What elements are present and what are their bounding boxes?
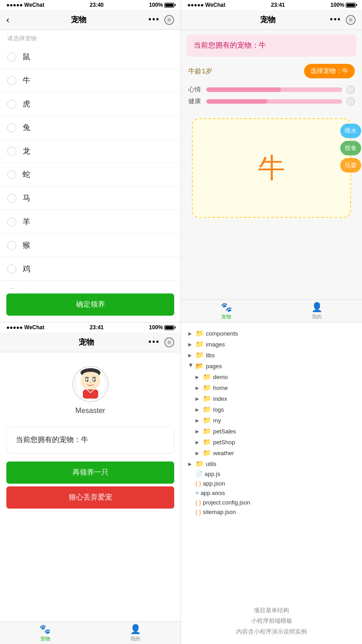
- tree-images[interactable]: ▶ 📁 images: [185, 339, 358, 350]
- feed-button[interactable]: 投食: [340, 141, 361, 155]
- nav-title-left-bottom: 宠物: [79, 337, 94, 347]
- svg-point-2: [168, 341, 170, 343]
- nav-bar-left-top: ‹ 宠物 •••: [0, 10, 181, 30]
- arrow-demo: ▶: [195, 375, 201, 380]
- pet-item-monkey[interactable]: 猴: [0, 234, 181, 257]
- nav-title-left-top: 宠物: [71, 14, 86, 25]
- radio-chicken[interactable]: [7, 264, 16, 274]
- panel-profile: ●●●●● WeChat 23:41 100% 宠物 •••: [0, 322, 181, 644]
- more-menu-icon[interactable]: •••: [148, 15, 160, 24]
- radio-dragon[interactable]: [7, 147, 16, 156]
- tree-home[interactable]: ▶ 📁 home: [185, 382, 358, 393]
- play-button[interactable]: 玩耍: [340, 158, 361, 173]
- adopt-another-button[interactable]: 再领养一只: [6, 461, 174, 484]
- radio-snake[interactable]: [7, 170, 16, 179]
- pet-item-dog[interactable]: 狗: [0, 281, 181, 289]
- tab-pet-lb[interactable]: 🐾 宠物: [0, 622, 90, 644]
- pet-name-monkey: 猴: [23, 240, 30, 250]
- tree-pages[interactable]: ▶ 📂 pages: [185, 360, 358, 371]
- tab-pet-rt[interactable]: 🐾 宠物: [181, 300, 272, 322]
- tree-weather[interactable]: ▶ 📁 weather: [185, 447, 358, 458]
- folder-icon-index: 📁: [203, 394, 211, 403]
- tree-petsales[interactable]: ▶ 📁 petSales: [185, 426, 358, 437]
- health-stat: 健康 ⓘ: [188, 97, 355, 106]
- pet-info-row: 牛龄1岁 选择宠物：牛: [181, 59, 362, 83]
- arrow-my: ▶: [195, 418, 201, 423]
- radio-horse[interactable]: [7, 194, 16, 203]
- radio-ox[interactable]: [7, 76, 16, 85]
- radio-monkey[interactable]: [7, 241, 16, 250]
- pet-name-goat: 羊: [23, 216, 30, 227]
- tree-appwxss[interactable]: ▶ ≈ app.wxss: [185, 488, 358, 498]
- confirm-adopt-button[interactable]: 确定领养: [6, 293, 174, 316]
- pet-item-chicken[interactable]: 鸡: [0, 257, 181, 281]
- pet-name-horse: 马: [23, 193, 30, 203]
- tab-my-lb[interactable]: 👤 我的: [90, 622, 181, 644]
- tree-sitemap[interactable]: ▶ { } sitemap.json: [185, 507, 358, 517]
- tab-my-rt[interactable]: 👤 我的: [272, 300, 362, 322]
- pet-name-ox: 牛: [23, 75, 30, 86]
- status-bar-left-bottom: ●●●●● WeChat 23:41 100%: [0, 322, 181, 332]
- tree-appjs[interactable]: ▶ 📄 app.js: [185, 469, 358, 479]
- arrow-weather: ▶: [195, 451, 201, 456]
- status-bar-right-top: ●●●●● WeChat 23:41 100%: [181, 0, 362, 10]
- radio-rabbit[interactable]: [7, 123, 16, 132]
- mood-bar-bg: [206, 87, 342, 92]
- folder-icon-libs: 📁: [195, 351, 204, 359]
- file-icon-sitemap: { }: [195, 509, 201, 515]
- settings-icon-rt[interactable]: [346, 15, 356, 25]
- tab-my-label-lb: 我的: [130, 635, 140, 642]
- tab-bar-left-bottom: 🐾 宠物 👤 我的: [0, 621, 181, 644]
- arrow-components: ▶: [188, 331, 194, 336]
- current-pet-card-lb: 当前您拥有的宠物：牛: [6, 427, 174, 453]
- back-button[interactable]: ‹: [6, 14, 10, 25]
- folder-icon-images: 📁: [195, 340, 204, 348]
- user-icon-rt: 👤: [311, 302, 323, 312]
- pet-item-dragon[interactable]: 龙: [0, 139, 181, 163]
- tree-label-appjs: app.js: [205, 471, 220, 477]
- radio-tiger[interactable]: [7, 100, 16, 109]
- health-info-icon[interactable]: ⓘ: [347, 97, 355, 106]
- current-pet-banner: 当前您拥有的宠物：牛: [186, 34, 357, 57]
- tree-components[interactable]: ▶ 📁 components: [185, 328, 358, 339]
- folder-icon-pages: 📂: [195, 362, 204, 370]
- radio-goat[interactable]: [7, 217, 16, 226]
- footer-line-1: 项目菜单结构: [185, 605, 358, 615]
- tree-index[interactable]: ▶ 📁 index: [185, 393, 358, 404]
- select-pet-button[interactable]: 选择宠物：牛: [304, 64, 355, 78]
- water-button[interactable]: 喂水: [340, 124, 361, 138]
- abandon-pet-button[interactable]: 狠心丢弃爱宠: [6, 486, 174, 509]
- pet-item-ox[interactable]: 牛: [0, 69, 181, 92]
- more-menu-icon-rt[interactable]: •••: [330, 15, 341, 24]
- tree-libs[interactable]: ▶ 📁 libs: [185, 350, 358, 360]
- pet-item-rabbit[interactable]: 兔: [0, 116, 181, 139]
- pet-item-horse[interactable]: 马: [0, 187, 181, 210]
- nav-icons-left-bottom: •••: [148, 337, 174, 347]
- health-bar-fill: [206, 99, 267, 104]
- pet-name-dragon: 龙: [23, 146, 30, 156]
- pet-item-rat[interactable]: 鼠: [0, 45, 181, 69]
- settings-icon[interactable]: [164, 15, 174, 25]
- time-right-top: 23:41: [271, 2, 285, 8]
- tree-logs[interactable]: ▶ 📁 logs: [185, 404, 358, 415]
- pet-item-goat[interactable]: 羊: [0, 210, 181, 234]
- tree-demo[interactable]: ▶ 📁 demo: [185, 371, 358, 382]
- tree-my[interactable]: ▶ 📁 my: [185, 415, 358, 426]
- pet-item-tiger[interactable]: 虎: [0, 92, 181, 116]
- more-menu-icon-lb[interactable]: •••: [148, 337, 160, 347]
- radio-rat[interactable]: [7, 53, 16, 62]
- username-label: Mesaster: [76, 407, 105, 415]
- svg-point-0: [168, 19, 170, 21]
- mood-info-icon[interactable]: ⓘ: [347, 86, 355, 94]
- settings-icon-lb[interactable]: [164, 337, 174, 347]
- radio-dog[interactable]: [7, 288, 16, 289]
- tree-petshop[interactable]: ▶ 📁 petShop: [185, 437, 358, 447]
- tree-label-appwxss: app.wxss: [200, 490, 225, 496]
- nav-title-right-top: 宠物: [260, 14, 276, 25]
- pet-item-snake[interactable]: 蛇: [0, 163, 181, 187]
- tree-appjson[interactable]: ▶ { } app.json: [185, 479, 358, 488]
- folder-icon-utils: 📁: [195, 460, 204, 468]
- tree-projectconfig[interactable]: ▶ { } project.config.json: [185, 498, 358, 507]
- tree-utils[interactable]: ▶ 📁 utils: [185, 458, 358, 469]
- time-left-bottom: 23:41: [90, 324, 104, 331]
